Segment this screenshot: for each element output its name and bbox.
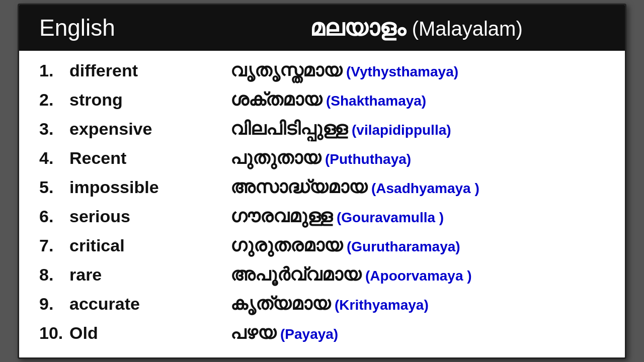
english-word: critical: [69, 236, 230, 255]
english-word: strong: [69, 90, 230, 110]
row-number: 9.: [39, 294, 69, 314]
english-word: different: [69, 61, 230, 80]
header-malayalam-label: മലയാളം (Malayalam): [228, 14, 605, 42]
malayalam-text: പഴയ: [230, 322, 276, 343]
malayalam-text: വൃതൃസ്തമായ: [230, 60, 342, 80]
malayalam-script: മലയാളം: [310, 15, 406, 41]
malayalam-container: അസാദ്ധ്യമായ(Asadhyamaya ): [230, 176, 479, 198]
malayalam-text: ശക്തമായ: [230, 89, 322, 110]
english-word: rare: [69, 265, 230, 285]
malayalam-text: വിലപിടിപ്പുള്ള: [230, 118, 348, 139]
english-word: Old: [69, 323, 230, 343]
table-row: 8.rareഅപൂർവ്വമായ(Apoorvamaya ): [39, 260, 605, 289]
english-word: expensive: [69, 119, 230, 139]
table-row: 1.differentവൃതൃസ്തമായ(Vythysthamaya): [39, 56, 605, 85]
english-word: Recent: [69, 148, 230, 168]
table-row: 10.Oldപഴയ(Payaya): [39, 318, 605, 347]
table-row: 6.seriousഗൗരവമുള്ള(Gouravamulla ): [39, 202, 605, 231]
malayalam-text: കൃത്യമായ: [230, 293, 331, 314]
row-number: 3.: [39, 119, 69, 139]
main-card: English മലയാളം (Malayalam) 1.differentവൃ…: [18, 4, 626, 359]
row-number: 2.: [39, 90, 69, 110]
malayalam-text: അസാദ്ധ്യമായ: [230, 176, 367, 197]
transliteration: (Puthuthaya): [325, 151, 411, 167]
row-number: 6.: [39, 207, 69, 226]
malayalam-text: ഗുരുതരമായ: [230, 235, 343, 255]
malayalam-container: പുതുതായ(Puthuthaya): [230, 147, 411, 168]
table-row: 5.impossibleഅസാദ്ധ്യമായ(Asadhyamaya ): [39, 172, 605, 202]
table-row: 4.Recentപുതുതായ(Puthuthaya): [39, 143, 605, 172]
row-number: 5.: [39, 177, 69, 197]
transliteration: (Shakthamaya): [326, 93, 426, 109]
row-number: 1.: [39, 61, 69, 80]
table-row: 9.accurateകൃത്യമായ(Krithyamaya): [39, 289, 605, 318]
malayalam-container: ഗുരുതരമായ(Gurutharamaya): [230, 235, 460, 256]
transliteration: (Apoorvamaya ): [365, 268, 472, 284]
row-number: 8.: [39, 265, 69, 285]
row-number: 10.: [39, 323, 69, 343]
malayalam-container: ഗൗരവമുള്ള(Gouravamulla ): [230, 206, 444, 227]
transliteration: (vilapidippulla): [352, 122, 451, 138]
header: English മലയാളം (Malayalam): [19, 5, 625, 51]
content: 1.differentവൃതൃസ്തമായ(Vythysthamaya)2.st…: [19, 51, 625, 357]
malayalam-text: പുതുതായ: [230, 147, 321, 168]
malayalam-container: വിലപിടിപ്പുള്ള(vilapidippulla): [230, 118, 451, 139]
transliteration: (Gurutharamaya): [347, 239, 460, 254]
row-number: 4.: [39, 148, 69, 168]
malayalam-container: ശക്തമായ(Shakthamaya): [230, 89, 426, 110]
transliteration: (Asadhyamaya ): [371, 180, 479, 196]
table-row: 2.strongശക്തമായ(Shakthamaya): [39, 85, 605, 114]
malayalam-container: കൃത്യമായ(Krithyamaya): [230, 293, 429, 314]
malayalam-text: ഗൗരവമുള്ള: [230, 206, 333, 226]
malayalam-container: പഴയ(Payaya): [230, 322, 338, 343]
header-english-label: English: [39, 14, 228, 41]
table-row: 7.criticalഗുരുതരമായ(Gurutharamaya): [39, 231, 605, 260]
row-number: 7.: [39, 236, 69, 255]
transliteration: (Krithyamaya): [335, 297, 429, 313]
malayalam-text: അപൂർവ്വമായ: [230, 264, 361, 285]
english-word: impossible: [69, 177, 230, 197]
malayalam-container: അപൂർവ്വമായ(Apoorvamaya ): [230, 264, 472, 285]
malayalam-container: വൃതൃസ്തമായ(Vythysthamaya): [230, 60, 458, 81]
malayalam-paren: (Malayalam): [412, 18, 523, 40]
transliteration: (Gouravamulla ): [337, 210, 444, 225]
english-word: serious: [69, 207, 230, 226]
transliteration: (Payaya): [280, 326, 338, 342]
english-word: accurate: [69, 294, 230, 314]
table-row: 3.expensiveവിലപിടിപ്പുള്ള(vilapidippulla…: [39, 114, 605, 143]
transliteration: (Vythysthamaya): [346, 64, 458, 79]
